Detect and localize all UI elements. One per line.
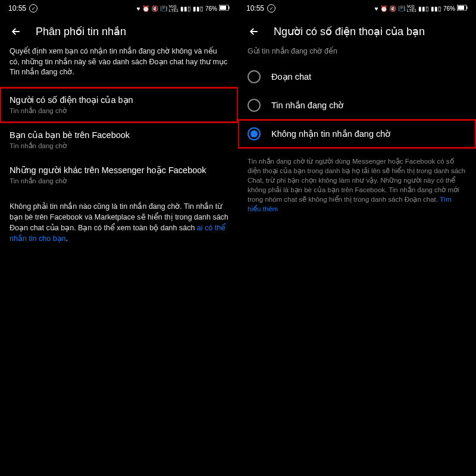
check-icon: ✓	[267, 4, 275, 12]
page-title: Người có số điện thoại của bạn	[274, 25, 425, 38]
status-bar: 10:55 ✓ ♥ ⏰ 🔇 📳 Vo))LTE1 ▮▮▯ ▮▮▯ 76%	[238, 0, 476, 17]
heart-icon: ♥	[375, 5, 378, 12]
header-left: Phân phối tin nhắn	[0, 17, 238, 45]
radio-icon-selected	[248, 127, 261, 140]
status-left: 10:55 ✓	[8, 4, 37, 12]
item-subtitle: Tin nhắn đang chờ	[10, 142, 228, 150]
svg-rect-4	[458, 6, 465, 10]
vibrate-icon: 📳	[160, 5, 167, 12]
radio-label: Tin nhắn đang chờ	[271, 101, 343, 110]
item-title: Bạn của bạn bè trên Facebook	[10, 130, 228, 140]
radio-option-requests[interactable]: Tin nhắn đang chờ	[238, 91, 476, 120]
phone-left: 10:55 ✓ ♥ ⏰ 🔇 📳 Vo))LTE1 ▮▮▯ ▮▮▯ 76% Phâ…	[0, 0, 238, 476]
heart-icon: ♥	[137, 5, 140, 12]
mute-icon: 🔇	[389, 5, 396, 12]
radio-label: Không nhận tin nhắn đang chờ	[271, 129, 390, 139]
signal-icon-2: ▮▮▯	[431, 5, 441, 12]
back-button[interactable]	[10, 25, 23, 38]
section-label: Gửi tin nhắn đang chờ đến	[238, 45, 476, 62]
alarm-icon: ⏰	[142, 5, 149, 12]
footer-text: Không phải tin nhắn nào cũng là tin nhắn…	[0, 193, 238, 253]
info-text: Tin nhắn đang chờ từ người dùng Messenge…	[238, 148, 476, 223]
status-right: ♥ ⏰ 🔇 📳 Vo))LTE1 ▮▮▯ ▮▮▯ 76%	[137, 4, 230, 12]
status-right: ♥ ⏰ 🔇 📳 Vo))LTE1 ▮▮▯ ▮▮▯ 76%	[375, 4, 468, 12]
signal-icon-2: ▮▮▯	[193, 5, 203, 12]
svg-rect-5	[466, 7, 468, 9]
item-title: Những người khác trên Messenger hoặc Fac…	[10, 165, 228, 175]
page-title: Phân phối tin nhắn	[36, 25, 126, 38]
setting-item-others[interactable]: Những người khác trên Messenger hoặc Fac…	[0, 158, 238, 193]
battery-text: 76%	[205, 5, 217, 12]
info-body: Tin nhắn đang chờ từ người dùng Messenge…	[248, 158, 465, 203]
radio-label: Đoạn chat	[271, 72, 311, 82]
lte-label: Vo))LTE1	[407, 4, 416, 12]
status-time: 10:55	[246, 4, 264, 12]
battery-icon	[457, 5, 468, 12]
svg-rect-2	[228, 7, 230, 9]
radio-dot	[250, 130, 258, 137]
battery-text: 76%	[443, 5, 455, 12]
page-description: Quyết định xem bạn có nhận tin nhắn đang…	[0, 45, 238, 87]
setting-item-phone-contacts[interactable]: Người có số điện thoại của bạn Tin nhắn …	[0, 87, 238, 123]
signal-icon: ▮▮▯	[180, 5, 191, 12]
phone-right: 10:55 ✓ ♥ ⏰ 🔇 📳 Vo))LTE1 ▮▮▯ ▮▮▯ 76% Ngư…	[238, 0, 476, 476]
svg-rect-1	[220, 6, 227, 10]
item-title: Người có số điện thoại của bạn	[10, 95, 228, 105]
vibrate-icon: 📳	[398, 5, 405, 12]
status-bar: 10:55 ✓ ♥ ⏰ 🔇 📳 Vo))LTE1 ▮▮▯ ▮▮▯ 76%	[0, 0, 238, 17]
item-subtitle: Tin nhắn đang chờ	[10, 177, 228, 185]
signal-icon: ▮▮▯	[418, 5, 429, 12]
check-icon: ✓	[29, 4, 37, 12]
status-time: 10:55	[8, 4, 26, 12]
radio-icon	[248, 99, 261, 112]
battery-icon	[219, 5, 230, 12]
mute-icon: 🔇	[151, 5, 158, 12]
status-left: 10:55 ✓	[246, 4, 275, 12]
radio-option-dont-receive[interactable]: Không nhận tin nhắn đang chờ	[238, 120, 476, 148]
footer-body: Không phải tin nhắn nào cũng là tin nhắn…	[10, 202, 228, 232]
setting-item-fb-friends[interactable]: Bạn của bạn bè trên Facebook Tin nhắn đa…	[0, 123, 238, 158]
alarm-icon: ⏰	[380, 5, 387, 12]
item-subtitle: Tin nhắn đang chờ	[10, 107, 228, 115]
lte-label: Vo))LTE1	[169, 4, 178, 12]
radio-icon	[248, 70, 261, 83]
radio-option-chats[interactable]: Đoạn chat	[238, 62, 476, 91]
header-right: Người có số điện thoại của bạn	[238, 17, 476, 45]
back-button[interactable]	[248, 25, 261, 38]
